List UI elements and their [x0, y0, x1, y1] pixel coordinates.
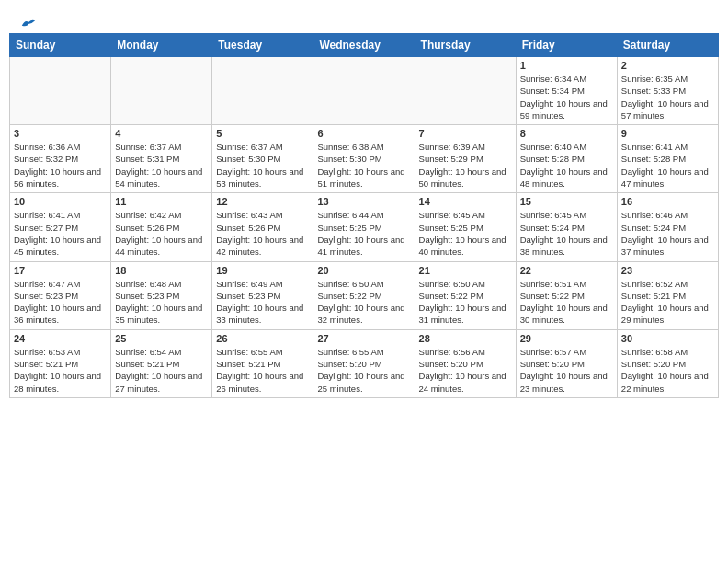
calendar-header-row: SundayMondayTuesdayWednesdayThursdayFrid…: [10, 34, 719, 57]
day-info: Sunrise: 6:49 AM Sunset: 5:23 PM Dayligh…: [216, 278, 309, 327]
day-info: Sunrise: 6:57 AM Sunset: 5:20 PM Dayligh…: [520, 346, 613, 395]
calendar-cell: 21Sunrise: 6:50 AM Sunset: 5:22 PM Dayli…: [415, 261, 516, 329]
day-number: 10: [14, 196, 107, 207]
calendar-cell: 20Sunrise: 6:50 AM Sunset: 5:22 PM Dayli…: [313, 261, 415, 329]
calendar-week-row-2: 3Sunrise: 6:36 AM Sunset: 5:32 PM Daylig…: [10, 125, 719, 193]
day-number: 5: [216, 128, 309, 139]
calendar-header-saturday: Saturday: [617, 34, 718, 57]
calendar-week-row-5: 24Sunrise: 6:53 AM Sunset: 5:21 PM Dayli…: [10, 329, 719, 397]
day-info: Sunrise: 6:34 AM Sunset: 5:34 PM Dayligh…: [520, 73, 613, 121]
calendar-table: SundayMondayTuesdayWednesdayThursdayFrid…: [9, 33, 719, 398]
day-number: 24: [14, 333, 107, 344]
calendar-week-row-1: 1Sunrise: 6:34 AM Sunset: 5:34 PM Daylig…: [10, 57, 719, 125]
day-info: Sunrise: 6:53 AM Sunset: 5:21 PM Dayligh…: [14, 346, 107, 395]
day-info: Sunrise: 6:47 AM Sunset: 5:23 PM Dayligh…: [14, 278, 107, 327]
calendar-cell: 27Sunrise: 6:55 AM Sunset: 5:20 PM Dayli…: [313, 329, 415, 397]
calendar-cell: 15Sunrise: 6:45 AM Sunset: 5:24 PM Dayli…: [516, 193, 617, 261]
calendar-cell: [111, 57, 212, 125]
day-number: 2: [621, 60, 714, 71]
day-info: Sunrise: 6:58 AM Sunset: 5:20 PM Dayligh…: [621, 346, 714, 395]
day-info: Sunrise: 6:45 AM Sunset: 5:24 PM Dayligh…: [520, 209, 613, 258]
day-info: Sunrise: 6:54 AM Sunset: 5:21 PM Dayligh…: [115, 346, 208, 395]
calendar-cell: [212, 57, 313, 125]
logo: [18, 17, 37, 26]
day-info: Sunrise: 6:41 AM Sunset: 5:28 PM Dayligh…: [621, 141, 714, 190]
calendar-cell: 8Sunrise: 6:40 AM Sunset: 5:28 PM Daylig…: [516, 125, 617, 193]
calendar-header-wednesday: Wednesday: [313, 34, 415, 57]
calendar-cell: 5Sunrise: 6:37 AM Sunset: 5:30 PM Daylig…: [212, 125, 313, 193]
day-number: 18: [115, 265, 208, 276]
day-info: Sunrise: 6:50 AM Sunset: 5:22 PM Dayligh…: [317, 278, 410, 327]
calendar-cell: 23Sunrise: 6:52 AM Sunset: 5:21 PM Dayli…: [617, 261, 718, 329]
day-number: 20: [317, 265, 410, 276]
calendar-cell: 29Sunrise: 6:57 AM Sunset: 5:20 PM Dayli…: [516, 329, 617, 397]
day-info: Sunrise: 6:37 AM Sunset: 5:30 PM Dayligh…: [216, 141, 309, 190]
calendar-cell: 12Sunrise: 6:43 AM Sunset: 5:26 PM Dayli…: [212, 193, 313, 261]
calendar-cell: 4Sunrise: 6:37 AM Sunset: 5:31 PM Daylig…: [111, 125, 212, 193]
day-info: Sunrise: 6:36 AM Sunset: 5:32 PM Dayligh…: [14, 141, 107, 190]
calendar-header-tuesday: Tuesday: [212, 34, 313, 57]
calendar-cell: 6Sunrise: 6:38 AM Sunset: 5:30 PM Daylig…: [313, 125, 415, 193]
day-info: Sunrise: 6:51 AM Sunset: 5:22 PM Dayligh…: [520, 278, 613, 327]
calendar-cell: 3Sunrise: 6:36 AM Sunset: 5:32 PM Daylig…: [10, 125, 111, 193]
calendar-cell: 11Sunrise: 6:42 AM Sunset: 5:26 PM Dayli…: [111, 193, 212, 261]
day-info: Sunrise: 6:37 AM Sunset: 5:31 PM Dayligh…: [115, 141, 208, 190]
calendar-header-sunday: Sunday: [10, 34, 111, 57]
day-info: Sunrise: 6:45 AM Sunset: 5:25 PM Dayligh…: [419, 209, 512, 258]
day-number: 19: [216, 265, 309, 276]
day-info: Sunrise: 6:35 AM Sunset: 5:33 PM Dayligh…: [621, 73, 714, 121]
day-number: 1: [520, 60, 613, 71]
calendar-cell: 16Sunrise: 6:46 AM Sunset: 5:24 PM Dayli…: [617, 193, 718, 261]
calendar-header-monday: Monday: [111, 34, 212, 57]
day-info: Sunrise: 6:56 AM Sunset: 5:20 PM Dayligh…: [419, 346, 512, 395]
day-number: 14: [419, 196, 512, 207]
calendar-cell: 10Sunrise: 6:41 AM Sunset: 5:27 PM Dayli…: [10, 193, 111, 261]
day-info: Sunrise: 6:42 AM Sunset: 5:26 PM Dayligh…: [115, 209, 208, 258]
day-number: 15: [520, 196, 613, 207]
calendar-cell: 18Sunrise: 6:48 AM Sunset: 5:23 PM Dayli…: [111, 261, 212, 329]
day-number: 23: [621, 265, 714, 276]
day-info: Sunrise: 6:41 AM Sunset: 5:27 PM Dayligh…: [14, 209, 107, 258]
day-info: Sunrise: 6:48 AM Sunset: 5:23 PM Dayligh…: [115, 278, 208, 327]
day-number: 3: [14, 128, 107, 139]
calendar-header-friday: Friday: [516, 34, 617, 57]
day-info: Sunrise: 6:50 AM Sunset: 5:22 PM Dayligh…: [419, 278, 512, 327]
calendar-cell: 7Sunrise: 6:39 AM Sunset: 5:29 PM Daylig…: [415, 125, 516, 193]
calendar-header-thursday: Thursday: [415, 34, 516, 57]
calendar-cell: 19Sunrise: 6:49 AM Sunset: 5:23 PM Dayli…: [212, 261, 313, 329]
day-number: 8: [520, 128, 613, 139]
day-info: Sunrise: 6:40 AM Sunset: 5:28 PM Dayligh…: [520, 141, 613, 190]
day-number: 12: [216, 196, 309, 207]
day-number: 25: [115, 333, 208, 344]
day-number: 7: [419, 128, 512, 139]
day-info: Sunrise: 6:43 AM Sunset: 5:26 PM Dayligh…: [216, 209, 309, 258]
day-info: Sunrise: 6:44 AM Sunset: 5:25 PM Dayligh…: [317, 209, 410, 258]
calendar-cell: 22Sunrise: 6:51 AM Sunset: 5:22 PM Dayli…: [516, 261, 617, 329]
day-number: 6: [317, 128, 410, 139]
day-number: 28: [419, 333, 512, 344]
calendar-week-row-4: 17Sunrise: 6:47 AM Sunset: 5:23 PM Dayli…: [10, 261, 719, 329]
calendar-cell: 30Sunrise: 6:58 AM Sunset: 5:20 PM Dayli…: [617, 329, 718, 397]
day-number: 22: [520, 265, 613, 276]
calendar-cell: 13Sunrise: 6:44 AM Sunset: 5:25 PM Dayli…: [313, 193, 415, 261]
day-number: 26: [216, 333, 309, 344]
calendar-cell: 1Sunrise: 6:34 AM Sunset: 5:34 PM Daylig…: [516, 57, 617, 125]
day-info: Sunrise: 6:46 AM Sunset: 5:24 PM Dayligh…: [621, 209, 714, 258]
calendar-cell: 26Sunrise: 6:55 AM Sunset: 5:21 PM Dayli…: [212, 329, 313, 397]
calendar-cell: 9Sunrise: 6:41 AM Sunset: 5:28 PM Daylig…: [617, 125, 718, 193]
day-number: 9: [621, 128, 714, 139]
day-number: 11: [115, 196, 208, 207]
day-info: Sunrise: 6:52 AM Sunset: 5:21 PM Dayligh…: [621, 278, 714, 327]
day-number: 17: [14, 265, 107, 276]
calendar-cell: 2Sunrise: 6:35 AM Sunset: 5:33 PM Daylig…: [617, 57, 718, 125]
day-info: Sunrise: 6:55 AM Sunset: 5:20 PM Dayligh…: [317, 346, 410, 395]
calendar-week-row-3: 10Sunrise: 6:41 AM Sunset: 5:27 PM Dayli…: [10, 193, 719, 261]
calendar-cell: 25Sunrise: 6:54 AM Sunset: 5:21 PM Dayli…: [111, 329, 212, 397]
calendar-cell: [10, 57, 111, 125]
day-info: Sunrise: 6:39 AM Sunset: 5:29 PM Dayligh…: [419, 141, 512, 190]
day-number: 29: [520, 333, 613, 344]
calendar-cell: 14Sunrise: 6:45 AM Sunset: 5:25 PM Dayli…: [415, 193, 516, 261]
day-number: 16: [621, 196, 714, 207]
day-number: 4: [115, 128, 208, 139]
calendar-cell: [313, 57, 415, 125]
